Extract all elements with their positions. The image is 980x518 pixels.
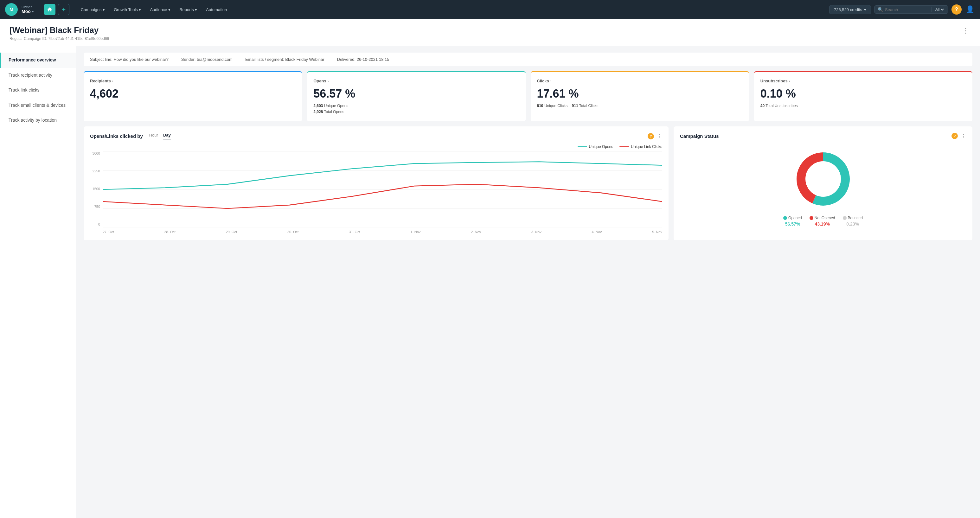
home-button[interactable] — [44, 4, 56, 15]
stat-card-clicks: Clicks › 17.61 % 810 Unique Clicks 911 T… — [531, 71, 749, 121]
stat-card-opens: Opens › 56.57 % 2,603 Unique Opens 2,928… — [307, 71, 525, 121]
line-chart-help-button[interactable]: ? — [648, 133, 654, 140]
nav-campaigns[interactable]: Campaigns ▾ — [77, 5, 109, 14]
donut-legend: Opened 56.57% Not Opened 43.19% — [783, 216, 863, 227]
line-chart-card: Opens/Links clicked by Hour Day ? ⋮ — [84, 126, 668, 240]
line-chart-svg-container: 27. Oct 28. Oct 29. Oct 30. Oct 31. Oct … — [103, 151, 662, 234]
sidebar-item-performance-overview[interactable]: Performance overview — [0, 52, 76, 68]
nav-reports[interactable]: Reports ▾ — [175, 5, 201, 14]
page: [Webinar] Black Friday Regular Campaign … — [0, 19, 980, 518]
stat-card-unsubscribes: Unsubscribes › 0.10 % 40 Total Unsubscri… — [754, 71, 972, 121]
header-text-block: [Webinar] Black Friday Regular Campaign … — [10, 25, 109, 41]
nav-audience[interactable]: Audience ▾ — [146, 5, 174, 14]
donut-chart-title: Campaign Status — [680, 133, 719, 139]
meta-subject: Subject line: How did you like our webin… — [90, 57, 169, 62]
nav-growth-tools[interactable]: Growth Tools ▾ — [110, 5, 145, 14]
y-axis: 3000 2250 1500 750 0 — [90, 151, 103, 234]
opened-pct: 56.57% — [785, 221, 800, 227]
x-axis: 27. Oct 28. Oct 29. Oct 30. Oct 31. Oct … — [103, 230, 662, 234]
stat-clicks-header: Clicks › — [537, 79, 743, 83]
stat-clicks-value: 17.61 % — [537, 87, 743, 100]
bounced-pct: 0.23% — [846, 221, 859, 227]
meta-delivered: Delivered: 26-10-2021 18:15 — [337, 57, 390, 62]
meta-list: Email lists / segment: Black Friday Webi… — [245, 57, 325, 62]
sidebar-item-track-activity-location[interactable]: Track activity by location — [0, 113, 76, 128]
unique-link-clicks-legend-dot — [619, 146, 629, 147]
nav-menu: Campaigns ▾ Growth Tools ▾ Audience ▾ Re… — [77, 5, 827, 14]
legend-opened: Opened 56.57% — [783, 216, 802, 227]
navbar: M Owner Moo ▾ Campaigns ▾ Growth Tools ▾… — [0, 0, 980, 19]
donut-chart-card: Campaign Status ? ⋮ — [674, 126, 972, 240]
search-icon: 🔍 — [878, 7, 883, 12]
opened-dot — [783, 216, 787, 220]
line-chart-title: Opens/Links clicked by — [90, 133, 143, 139]
unique-link-clicks-legend-label: Unique Link Clicks — [631, 145, 662, 149]
stat-unsubscribes-sub: 40 Total Unsubscribes — [760, 103, 966, 109]
nav-automation[interactable]: Automation — [202, 5, 231, 14]
clicks-arrow-icon: › — [550, 79, 552, 83]
line-chart-svg — [103, 151, 662, 227]
stats-row: Recipients › 4,602 Opens › 56.57 % 2,603… — [84, 71, 972, 121]
sidebar: Performance overview Track recipient act… — [0, 46, 76, 518]
page-subtitle: Regular Campaign ID: 7fbe72ab-44d1-415e-… — [10, 37, 109, 41]
owner-label: Owner — [22, 5, 33, 9]
donut-container: Opened 56.57% Not Opened 43.19% — [680, 144, 966, 230]
bounced-dot — [843, 216, 846, 220]
line-chart-body: 3000 2250 1500 750 0 — [90, 151, 662, 234]
main-layout: Performance overview Track recipient act… — [0, 46, 980, 518]
unique-opens-legend-label: Unique Opens — [589, 145, 613, 149]
page-header: [Webinar] Black Friday Regular Campaign … — [0, 19, 980, 46]
stat-unsubscribes-value: 0.10 % — [760, 87, 966, 100]
stat-opens-value: 56.57 % — [313, 87, 519, 100]
stat-opens-sub: 2,603 Unique Opens 2,928 Total Opens — [313, 103, 519, 115]
tab-hour[interactable]: Hour — [149, 133, 158, 140]
search-input[interactable] — [885, 7, 929, 12]
stat-recipients-header: Recipients › — [90, 79, 296, 83]
donut-chart-help-button[interactable]: ? — [951, 133, 958, 139]
donut-chart-actions: ? ⋮ — [951, 133, 966, 139]
brand-chevron-icon: ▾ — [32, 10, 33, 13]
stat-unsubscribes-header: Unsubscribes › — [760, 79, 966, 83]
not-opened-dot — [810, 216, 813, 220]
recipients-arrow-icon: › — [112, 79, 113, 83]
help-button[interactable]: ? — [951, 5, 962, 14]
sidebar-item-track-recipient-activity[interactable]: Track recipient activity — [0, 68, 76, 83]
brand-block: Owner Moo ▾ — [22, 5, 33, 14]
sidebar-item-track-email-clients[interactable]: Track email clients & devices — [0, 98, 76, 113]
donut-chart-header: Campaign Status ? ⋮ — [680, 133, 966, 139]
opens-arrow-icon: › — [328, 79, 329, 83]
content-area: Subject line: How did you like our webin… — [76, 46, 980, 518]
search-filter-select[interactable]: All — [931, 7, 945, 12]
legend-not-opened: Not Opened 43.19% — [810, 216, 835, 227]
meta-sender: Sender: tea@moosend.com — [181, 57, 232, 62]
legend-bounced: Bounced 0.23% — [843, 216, 863, 227]
stat-clicks-sub: 810 Unique Clicks 911 Total Clicks — [537, 103, 743, 109]
search-bar: 🔍 All — [874, 5, 948, 14]
brand-logo: M — [5, 3, 18, 16]
line-chart-more-button[interactable]: ⋮ — [657, 133, 662, 139]
donut-chart-more-button[interactable]: ⋮ — [961, 133, 966, 139]
legend-unique-opens: Unique Opens — [578, 145, 613, 149]
add-button[interactable] — [58, 4, 69, 15]
stat-card-recipients: Recipients › 4,602 — [84, 71, 302, 121]
nav-right: 726,529 credits ▾ 🔍 All ? 👤 — [829, 5, 975, 14]
stat-recipients-value: 4,602 — [90, 87, 296, 100]
line-chart-legend: Unique Opens Unique Link Clicks — [90, 145, 662, 149]
more-options-button[interactable]: ⋮ — [961, 25, 970, 36]
tab-day[interactable]: Day — [163, 133, 171, 140]
legend-unique-link-clicks: Unique Link Clicks — [619, 145, 662, 149]
meta-row: Subject line: How did you like our webin… — [84, 52, 972, 66]
brand-name[interactable]: Moo ▾ — [22, 9, 33, 14]
user-avatar[interactable]: 👤 — [965, 5, 975, 14]
sidebar-item-track-link-clicks[interactable]: Track link clicks — [0, 83, 76, 98]
page-title: [Webinar] Black Friday — [10, 25, 109, 35]
unique-opens-legend-dot — [578, 146, 587, 147]
stat-opens-header: Opens › — [313, 79, 519, 83]
line-chart-actions: ? ⋮ — [648, 133, 662, 140]
donut-chart-svg — [791, 147, 855, 211]
line-chart-header: Opens/Links clicked by Hour Day ? ⋮ — [90, 133, 662, 140]
credits-button[interactable]: 726,529 credits ▾ — [829, 5, 871, 14]
unsubscribes-arrow-icon: › — [789, 79, 790, 83]
charts-row: Opens/Links clicked by Hour Day ? ⋮ — [84, 126, 972, 240]
not-opened-pct: 43.19% — [815, 221, 829, 227]
